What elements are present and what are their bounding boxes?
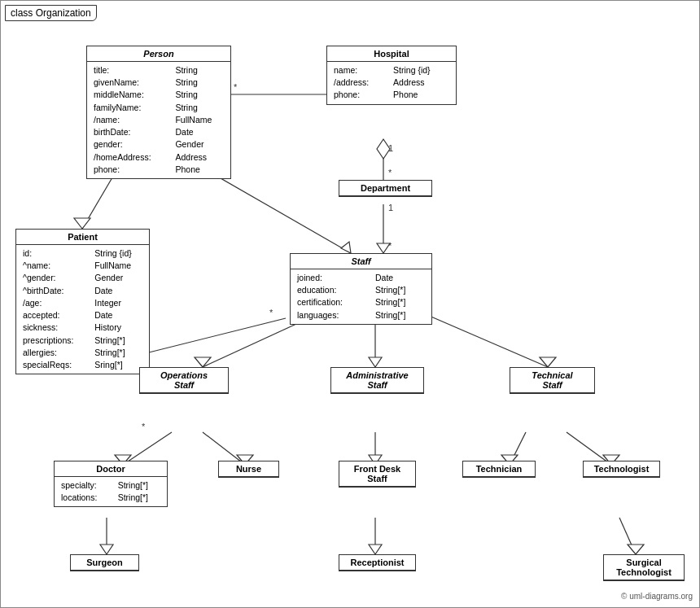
nurse-box: Nurse: [218, 461, 279, 478]
staff-body: joined:Date education:String[*] certific…: [291, 269, 431, 324]
svg-marker-3: [377, 139, 390, 159]
svg-marker-34: [100, 545, 113, 554]
receptionist-header: Receptionist: [339, 555, 415, 571]
technician-box: Technician: [462, 461, 536, 478]
hospital-header: Hospital: [327, 46, 456, 62]
staff-box: Staff joined:Date education:String[*] ce…: [290, 253, 432, 325]
svg-line-23: [123, 432, 172, 465]
hospital-box: Hospital name:String {id} /address:Addre…: [326, 46, 457, 105]
svg-marker-13: [341, 242, 351, 253]
technologist-header: Technologist: [584, 461, 659, 477]
diagram-container: class Organization * 1 * 1 * * *: [0, 0, 700, 608]
receptionist-box: Receptionist: [339, 554, 416, 571]
patient-header: Patient: [16, 230, 149, 245]
svg-marker-36: [369, 545, 382, 554]
svg-text:*: *: [142, 422, 146, 431]
doctor-header: Doctor: [55, 461, 167, 477]
technician-header: Technician: [463, 461, 535, 477]
nurse-header: Nurse: [219, 461, 278, 477]
surgeon-header: Surgeon: [71, 555, 138, 571]
administrative-staff-box: AdministrativeStaff: [330, 367, 424, 394]
svg-marker-20: [369, 357, 382, 367]
surgical-technologist-header: SurgicalTechnologist: [604, 555, 684, 580]
svg-marker-9: [377, 243, 390, 253]
svg-text:*: *: [234, 82, 238, 92]
person-body: title:String givenName:String middleName…: [87, 62, 230, 178]
svg-text:*: *: [388, 168, 392, 177]
svg-marker-22: [540, 357, 556, 367]
svg-text:*: *: [388, 241, 392, 251]
svg-text:*: *: [269, 308, 273, 317]
patient-body: id:String {id} ^name:FullName ^gender:Ge…: [16, 245, 149, 374]
department-box: Department: [339, 180, 432, 197]
doctor-box: Doctor specialty:String[*] locations:Str…: [54, 461, 168, 507]
surgeon-box: Surgeon: [70, 554, 139, 571]
department-header: Department: [339, 181, 431, 196]
svg-line-29: [510, 432, 526, 465]
svg-line-37: [619, 518, 636, 554]
doctor-body: specialty:String[*] locations:String[*]: [55, 477, 167, 506]
person-box: Person title:String givenName:String mid…: [86, 46, 231, 179]
diagram-title: class Organization: [5, 5, 97, 21]
svg-marker-11: [74, 218, 90, 229]
hospital-body: name:String {id} /address:Address phone:…: [327, 62, 456, 104]
staff-header: Staff: [291, 254, 431, 269]
svg-text:1: 1: [388, 203, 393, 212]
copyright: © uml-diagrams.org: [621, 592, 693, 601]
svg-marker-18: [195, 357, 211, 367]
svg-marker-38: [628, 545, 644, 554]
person-header: Person: [87, 46, 230, 62]
technical-staff-header: TechnicalStaff: [510, 368, 594, 393]
patient-box: Patient id:String {id} ^name:FullName ^g…: [15, 229, 150, 374]
front-desk-staff-box: Front DeskStaff: [339, 461, 416, 488]
front-desk-staff-header: Front DeskStaff: [339, 461, 415, 487]
administrative-staff-header: AdministrativeStaff: [331, 368, 423, 393]
operations-staff-box: OperationsStaff: [139, 367, 229, 394]
svg-text:1: 1: [388, 143, 393, 153]
technical-staff-box: TechnicalStaff: [510, 367, 595, 394]
svg-line-25: [203, 432, 245, 465]
operations-staff-header: OperationsStaff: [140, 368, 228, 393]
surgical-technologist-box: SurgicalTechnologist: [603, 554, 685, 581]
svg-line-31: [567, 432, 611, 465]
svg-line-21: [416, 310, 548, 367]
technologist-box: Technologist: [583, 461, 660, 478]
